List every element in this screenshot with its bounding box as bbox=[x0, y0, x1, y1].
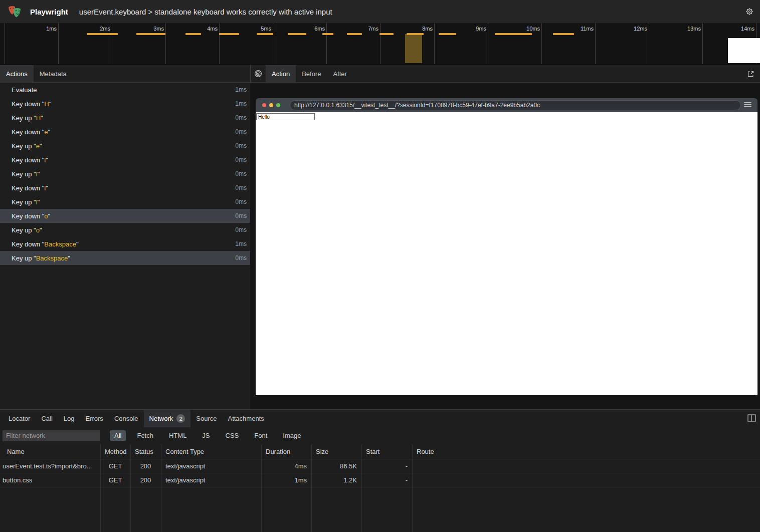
col-duration: Duration bbox=[261, 444, 311, 459]
action-duration: 1ms bbox=[235, 240, 247, 247]
action-label: Key down " bbox=[12, 100, 44, 108]
action-label: Key down " bbox=[12, 128, 44, 136]
request-route bbox=[412, 459, 760, 473]
timeline-action-bar bbox=[288, 33, 306, 35]
timeline-tick: 7ms bbox=[380, 23, 381, 64]
network-request-row[interactable]: button.css GET 200 text/javascript 1ms 1… bbox=[0, 473, 760, 487]
tab-metadata[interactable]: Metadata bbox=[34, 65, 73, 82]
action-duration: 1ms bbox=[235, 86, 247, 93]
action-row[interactable]: Key up "o" 0ms bbox=[0, 223, 250, 237]
tab-source[interactable]: Source bbox=[191, 410, 222, 427]
open-snapshot-external-icon[interactable] bbox=[743, 65, 758, 82]
col-start: Start bbox=[361, 444, 412, 459]
tab-errors[interactable]: Errors bbox=[80, 410, 108, 427]
col-route: Route bbox=[412, 444, 760, 459]
timeline-tick: 8ms bbox=[434, 23, 435, 64]
menu-hamburger-icon bbox=[744, 102, 751, 108]
tab-locator[interactable]: Locator bbox=[3, 410, 36, 427]
network-count-badge: 2 bbox=[176, 414, 185, 423]
col-name: Name bbox=[0, 444, 100, 459]
timeline-tick: 4ms bbox=[219, 23, 220, 64]
action-label-suffix: " bbox=[41, 114, 43, 122]
snapshot-text-input[interactable] bbox=[256, 113, 315, 120]
timeline-action-bar bbox=[257, 33, 273, 35]
timeline-tick: 5ms bbox=[273, 23, 273, 64]
action-duration: 0ms bbox=[235, 170, 247, 177]
tab-call[interactable]: Call bbox=[36, 410, 58, 427]
action-row[interactable]: Key down "e" 0ms bbox=[0, 125, 250, 139]
action-row[interactable]: Key up "l" 0ms bbox=[0, 195, 250, 209]
network-filter-chip[interactable]: JS bbox=[198, 430, 214, 441]
timeline-selected-range[interactable] bbox=[405, 34, 422, 63]
traffic-light-yellow-icon bbox=[269, 103, 273, 107]
action-key-value: H bbox=[44, 100, 49, 108]
network-filter-chip[interactable]: All bbox=[110, 430, 126, 441]
action-row[interactable]: Key up "Backspace" 0ms bbox=[0, 251, 250, 265]
action-duration: 0ms bbox=[235, 198, 247, 205]
network-filter-input[interactable] bbox=[3, 430, 100, 441]
action-row[interactable]: Key down "Backspace" 1ms bbox=[0, 237, 250, 251]
bottom-tab-bar: Locator Call Log Errors Console Network … bbox=[0, 410, 760, 427]
request-start: - bbox=[361, 473, 412, 487]
tab-action[interactable]: Action bbox=[266, 65, 296, 82]
action-key-value: Backspace bbox=[36, 254, 68, 262]
action-label: Key down " bbox=[12, 240, 44, 248]
request-name: button.css bbox=[0, 473, 100, 487]
tab-before[interactable]: Before bbox=[296, 65, 327, 82]
tab-network-label: Network bbox=[149, 415, 173, 422]
network-filter-chip[interactable]: Image bbox=[278, 430, 305, 441]
action-row[interactable]: Key down "l" 0ms bbox=[0, 181, 250, 195]
action-duration: 0ms bbox=[235, 156, 247, 163]
action-key-value: o bbox=[44, 212, 48, 220]
tab-log[interactable]: Log bbox=[58, 410, 80, 427]
action-row[interactable]: Evaluate 1ms bbox=[0, 83, 250, 97]
settings-gear-icon[interactable] bbox=[745, 7, 754, 16]
action-row[interactable]: Key up "e" 0ms bbox=[0, 139, 250, 153]
network-request-row[interactable]: userEvent.test.ts?import&bro... GET 200 … bbox=[0, 459, 760, 473]
snapshot-panel: http://127.0.0.1:63315/__vitest_test__/?… bbox=[251, 83, 760, 409]
network-filter-chip[interactable]: HTML bbox=[164, 430, 191, 441]
network-filter-chip[interactable]: Fetch bbox=[132, 430, 158, 441]
action-label-suffix: " bbox=[38, 170, 40, 178]
timeline-action-bar bbox=[347, 33, 362, 35]
network-filter-chip[interactable]: Font bbox=[250, 430, 272, 441]
timeline-action-bar bbox=[322, 33, 333, 35]
network-filter-chip[interactable]: CSS bbox=[221, 430, 244, 441]
tab-console[interactable]: Console bbox=[109, 410, 144, 427]
action-row[interactable]: Key up "l" 0ms bbox=[0, 167, 250, 181]
action-label: Key up " bbox=[12, 142, 36, 150]
action-row[interactable]: Key down "l" 0ms bbox=[0, 153, 250, 167]
request-duration: 4ms bbox=[261, 459, 311, 473]
action-row[interactable]: Key up "H" 0ms bbox=[0, 111, 250, 125]
split-view-icon[interactable] bbox=[747, 414, 756, 422]
action-label: Key up " bbox=[12, 198, 36, 206]
action-label-suffix: " bbox=[46, 156, 48, 164]
request-status: 200 bbox=[130, 473, 161, 487]
action-label-suffix: " bbox=[46, 184, 48, 192]
tab-network[interactable]: Network 2 bbox=[144, 410, 191, 427]
request-method: GET bbox=[100, 459, 130, 473]
pick-locator-target-icon[interactable] bbox=[251, 65, 266, 82]
tab-actions[interactable]: Actions bbox=[0, 65, 34, 82]
actions-header: Actions Metadata bbox=[0, 65, 251, 82]
col-content-type: Content Type bbox=[161, 444, 261, 459]
action-row[interactable]: Key down "o" 0ms bbox=[0, 209, 250, 223]
action-key-value: o bbox=[36, 226, 40, 234]
tab-attachments[interactable]: Attachments bbox=[222, 410, 269, 427]
action-key-value: Backspace bbox=[44, 240, 76, 248]
action-label-suffix: " bbox=[40, 142, 42, 150]
action-row[interactable]: Key down "H" 1ms bbox=[0, 97, 250, 111]
tab-after[interactable]: After bbox=[327, 65, 352, 82]
timeline-strip[interactable]: 1ms 2ms 3ms 4ms 5ms 6ms 7ms bbox=[0, 23, 760, 65]
timeline-tick: 2ms bbox=[112, 23, 112, 64]
snapshot-url-bar: http://127.0.0.1:63315/__vitest_test__/?… bbox=[290, 100, 741, 110]
request-size: 1.2K bbox=[311, 473, 361, 487]
timeline-tick: 1ms bbox=[58, 23, 59, 64]
app-name: Playwright bbox=[30, 8, 68, 16]
action-label: Key up " bbox=[12, 170, 36, 178]
timeline-action-bar bbox=[553, 33, 574, 35]
request-content-type: text/javascript bbox=[161, 459, 261, 473]
snapshot-page bbox=[256, 112, 757, 395]
action-label: Key down " bbox=[12, 156, 44, 164]
action-duration: 0ms bbox=[235, 114, 247, 121]
